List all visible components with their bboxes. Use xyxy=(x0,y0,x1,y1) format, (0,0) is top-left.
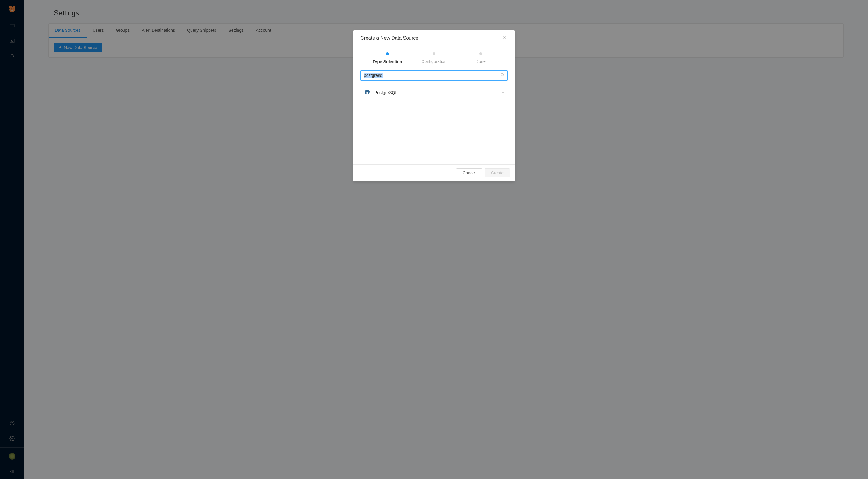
cancel-button[interactable]: Cancel xyxy=(456,168,482,177)
modal-close-button[interactable] xyxy=(501,35,507,41)
svg-point-14 xyxy=(366,92,366,92)
create-button[interactable]: Create xyxy=(485,168,510,177)
svg-point-15 xyxy=(368,92,368,92)
step-dot-icon xyxy=(433,52,435,55)
modal-header: Create a New Data Source xyxy=(353,30,515,46)
result-label: PostgreSQL xyxy=(374,90,501,95)
result-item-postgresql[interactable]: PostgreSQL xyxy=(361,85,507,100)
step-dot-icon xyxy=(479,52,482,55)
modal-title: Create a New Data Source xyxy=(361,35,418,41)
create-data-source-modal: Create a New Data Source Type Selection … xyxy=(353,30,515,181)
search-icon xyxy=(500,73,504,78)
step-done: Done xyxy=(457,52,504,64)
search-results: PostgreSQL xyxy=(361,85,507,100)
step-dot-icon xyxy=(386,52,389,55)
step-label: Type Selection xyxy=(373,59,402,64)
modal-body: Type Selection Configuration Done xyxy=(353,46,515,164)
double-chevron-right-icon xyxy=(501,90,504,95)
search-wrapper xyxy=(361,70,507,81)
modal-footer: Cancel Create xyxy=(353,164,515,181)
data-source-search-input[interactable] xyxy=(361,70,507,81)
postgresql-logo-icon xyxy=(364,89,371,96)
step-configuration: Configuration xyxy=(411,52,457,64)
stepper: Type Selection Configuration Done xyxy=(361,52,507,64)
step-label: Configuration xyxy=(421,59,446,64)
svg-point-11 xyxy=(501,73,503,76)
step-type-selection: Type Selection xyxy=(364,52,411,64)
close-icon xyxy=(502,35,507,41)
step-label: Done xyxy=(475,59,486,64)
